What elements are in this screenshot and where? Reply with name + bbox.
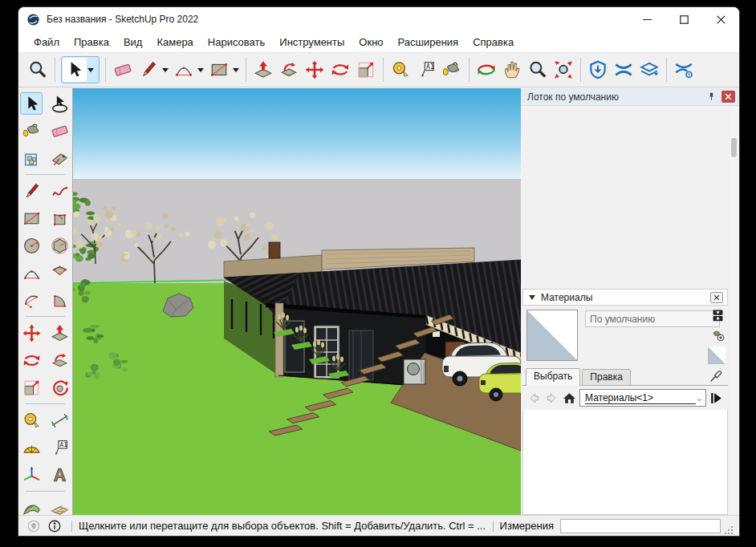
eraser-button[interactable]: [110, 57, 136, 83]
protractor-tool[interactable]: [20, 436, 43, 459]
3d-text-tool[interactable]: [48, 464, 71, 486]
zoom-button[interactable]: [525, 57, 551, 83]
select-button[interactable]: [63, 58, 87, 82]
zoom-window-button[interactable]: [25, 57, 51, 83]
tab-edit[interactable]: Правка: [582, 369, 631, 385]
eyedropper-icon[interactable]: [709, 368, 724, 383]
offset-tool[interactable]: [48, 376, 71, 399]
menu-item-camera[interactable]: Камера: [149, 33, 200, 51]
chevron-down-icon[interactable]: ⌄: [696, 393, 703, 403]
rotate-tool[interactable]: [327, 57, 353, 83]
pie-tool[interactable]: [48, 261, 71, 284]
tape-measure-button[interactable]: [388, 57, 413, 83]
secondary-pane-icon[interactable]: [710, 308, 726, 323]
dimension-tool[interactable]: [48, 409, 71, 432]
push-pull-button[interactable]: [250, 57, 276, 83]
forward-arrow-icon[interactable]: [544, 391, 559, 406]
menu-item-view[interactable]: Вид: [116, 33, 150, 51]
resize-grip[interactable]: [724, 525, 734, 536]
extension-1-tool[interactable]: [585, 57, 611, 83]
dropdown-caret-icon[interactable]: [197, 68, 204, 75]
shape-button[interactable]: [206, 57, 232, 83]
extension-4-tool[interactable]: [671, 57, 697, 83]
back-arrow-icon[interactable]: [526, 391, 542, 406]
follow-me-tool[interactable]: [276, 57, 302, 83]
dropdown-caret-icon[interactable]: [162, 68, 169, 75]
menu-item-tools[interactable]: Инструменты: [272, 33, 352, 51]
menu-item-window[interactable]: Окно: [352, 33, 390, 51]
viewport-canvas[interactable]: [73, 88, 521, 517]
arc-button[interactable]: [171, 57, 197, 83]
zoom-window-tool[interactable]: [25, 57, 51, 83]
extension-1-button[interactable]: [585, 57, 611, 83]
scrollbar-thumb[interactable]: [731, 138, 737, 157]
viewport[interactable]: [73, 88, 521, 515]
menu-item-edit[interactable]: Правка: [67, 33, 116, 51]
materials-list[interactable]: [522, 410, 728, 515]
zoom-extents-button[interactable]: [551, 57, 576, 83]
text-tool[interactable]: A1: [48, 436, 71, 459]
collection-dropdown[interactable]: Материалы<1> ⌄: [579, 389, 706, 407]
zoom-tool[interactable]: [525, 57, 551, 83]
components-tool[interactable]: [20, 147, 43, 169]
orbit-tool[interactable]: [474, 57, 499, 83]
move-tool[interactable]: [20, 322, 43, 344]
pie-filled-tool[interactable]: [48, 289, 71, 311]
orbit-button[interactable]: [474, 57, 499, 83]
select-tool[interactable]: [20, 92, 43, 115]
eraser-tool[interactable]: [110, 57, 136, 83]
extension-3-button[interactable]: [636, 57, 662, 83]
dropdown-caret-icon[interactable]: [233, 68, 239, 75]
tab-select[interactable]: Выбрать: [526, 368, 580, 386]
eraser-tool[interactable]: [48, 120, 71, 142]
sandbox-contours-tool[interactable]: [20, 496, 43, 515]
menu-item-extensions[interactable]: Расширения: [391, 33, 466, 51]
text-tool[interactable]: A1: [413, 57, 439, 83]
paint-bucket-tool[interactable]: [20, 120, 43, 142]
move-tool[interactable]: [302, 57, 327, 83]
shape-tool[interactable]: [206, 57, 242, 83]
rotated-rectangle-tool[interactable]: [48, 207, 71, 229]
measurements-input[interactable]: [560, 519, 721, 533]
geolocation-icon[interactable]: [26, 519, 41, 533]
tray-scrollbar[interactable]: [730, 107, 738, 513]
sandbox-scratch-tool[interactable]: [48, 496, 71, 515]
scale-tool[interactable]: [353, 57, 379, 83]
chimney[interactable]: [269, 242, 280, 258]
scale-button[interactable]: [353, 57, 379, 83]
line-tool[interactable]: [20, 180, 43, 202]
tag-tool[interactable]: [48, 147, 71, 169]
extension-2-button[interactable]: [611, 57, 636, 83]
extension-2-tool[interactable]: [611, 57, 636, 83]
push-pull-tool[interactable]: [250, 57, 276, 83]
polygon-tool[interactable]: [48, 234, 71, 257]
tape-measure-tool[interactable]: [388, 57, 413, 83]
follow-me-button[interactable]: [276, 57, 302, 83]
extension-4-button[interactable]: [671, 57, 697, 83]
pin-icon[interactable]: [705, 91, 718, 103]
freehand-tool[interactable]: [48, 180, 71, 202]
ac-unit[interactable]: [404, 359, 425, 384]
menu-item-draw[interactable]: Нарисовать: [201, 33, 272, 51]
rectangle-tool[interactable]: [20, 207, 43, 229]
close-button[interactable]: [702, 7, 739, 31]
arc-2pt-tool[interactable]: [20, 261, 43, 284]
menu-item-help[interactable]: Справка: [465, 33, 521, 51]
axes-tool[interactable]: [20, 464, 43, 486]
material-name-field[interactable]: [585, 310, 720, 327]
maximize-button[interactable]: [665, 7, 702, 31]
zoom-extents-tool[interactable]: [551, 57, 576, 83]
tape-measure-tool[interactable]: [20, 409, 43, 432]
rotate-button[interactable]: [327, 57, 353, 83]
extension-3-tool[interactable]: [636, 57, 662, 83]
rotate-tool[interactable]: [20, 349, 43, 371]
paint-bucket-button[interactable]: [439, 57, 465, 83]
details-arrow-icon[interactable]: [709, 391, 724, 406]
move-button[interactable]: [302, 57, 327, 83]
push-pull-tool[interactable]: [48, 322, 71, 344]
credit-info-icon[interactable]: [47, 519, 62, 533]
lasso-select-tool[interactable]: [48, 92, 71, 115]
circle-tool[interactable]: [20, 234, 43, 257]
materials-close-icon[interactable]: [710, 292, 723, 303]
arc-tool[interactable]: [171, 57, 206, 83]
